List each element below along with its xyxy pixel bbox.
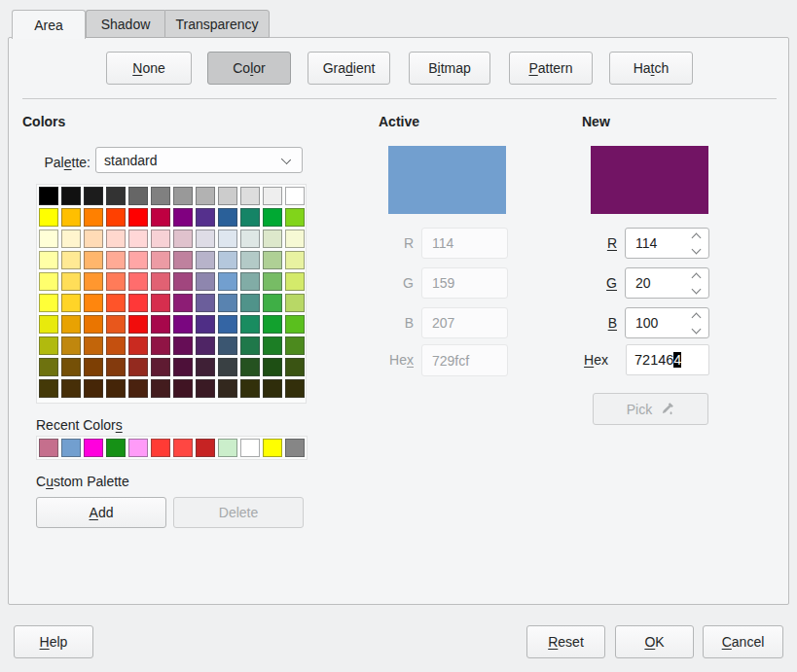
palette-swatch[interactable] — [263, 230, 282, 248]
palette-swatch[interactable] — [61, 379, 81, 398]
palette-swatch[interactable] — [263, 272, 282, 291]
palette-swatch[interactable] — [196, 230, 215, 248]
palette-swatch[interactable] — [173, 379, 193, 398]
pick-button[interactable]: Pick — [593, 393, 708, 425]
palette-swatch[interactable] — [84, 379, 103, 398]
palette-swatch[interactable] — [84, 358, 103, 376]
palette-swatch[interactable] — [61, 294, 81, 312]
palette-swatch[interactable] — [218, 251, 237, 269]
palette-swatch[interactable] — [285, 294, 305, 312]
palette-swatch[interactable] — [196, 336, 215, 355]
palette-swatch[interactable] — [285, 251, 305, 269]
palette-swatch[interactable] — [218, 187, 237, 205]
palette-swatch[interactable] — [106, 358, 126, 376]
palette-swatch[interactable] — [151, 294, 170, 312]
recent-color-swatch[interactable] — [173, 439, 193, 457]
palette-swatch[interactable] — [61, 251, 81, 269]
palette-swatch[interactable] — [240, 187, 260, 205]
palette-swatch[interactable] — [61, 272, 81, 291]
palette-swatch[interactable] — [173, 208, 193, 227]
none-button[interactable]: None — [106, 52, 192, 85]
palette-swatch[interactable] — [84, 272, 103, 291]
add-button[interactable]: Add — [36, 497, 166, 528]
palette-swatch[interactable] — [61, 230, 81, 248]
ok-button[interactable]: OK — [615, 625, 694, 658]
palette-swatch[interactable] — [173, 294, 193, 312]
palette-swatch[interactable] — [128, 379, 148, 398]
palette-swatch[interactable] — [285, 272, 305, 291]
palette-swatch[interactable] — [128, 272, 148, 291]
palette-swatch[interactable] — [128, 208, 148, 227]
palette-swatch[interactable] — [151, 379, 170, 398]
palette-swatch[interactable] — [61, 315, 81, 334]
palette-swatch[interactable] — [39, 379, 58, 398]
palette-swatch[interactable] — [263, 251, 282, 269]
palette-swatch[interactable] — [128, 251, 148, 269]
palette-select[interactable]: standard — [95, 147, 303, 173]
recent-color-swatch[interactable] — [151, 439, 170, 457]
palette-swatch[interactable] — [84, 187, 103, 205]
palette-swatch[interactable] — [106, 294, 126, 312]
palette-swatch[interactable] — [285, 230, 305, 248]
palette-swatch[interactable] — [61, 358, 81, 376]
gradient-button[interactable]: Gradient — [308, 52, 390, 85]
palette-swatch[interactable] — [285, 187, 305, 205]
recent-color-swatch[interactable] — [196, 439, 215, 457]
palette-swatch[interactable] — [84, 230, 103, 248]
palette-swatch[interactable] — [39, 336, 58, 355]
new-g-spinner[interactable]: 20 — [625, 267, 709, 299]
palette-swatch[interactable] — [151, 336, 170, 355]
palette-swatch[interactable] — [240, 294, 260, 312]
palette-swatch[interactable] — [218, 336, 237, 355]
new-hex-input[interactable]: 721464 — [626, 344, 709, 375]
help-button[interactable]: Help — [14, 625, 93, 658]
palette-swatch[interactable] — [173, 272, 193, 291]
recent-color-swatch[interactable] — [39, 439, 58, 457]
tab-shadow[interactable]: Shadow — [86, 10, 164, 38]
palette-swatch[interactable] — [128, 230, 148, 248]
recent-color-swatch[interactable] — [106, 439, 126, 457]
palette-swatch[interactable] — [218, 315, 237, 334]
palette-swatch[interactable] — [151, 251, 170, 269]
palette-swatch[interactable] — [240, 251, 260, 269]
palette-swatch[interactable] — [196, 208, 215, 227]
palette-swatch[interactable] — [151, 230, 170, 248]
palette-swatch[interactable] — [196, 251, 215, 269]
color-button[interactable]: Color — [207, 52, 291, 85]
palette-swatch[interactable] — [173, 315, 193, 334]
palette-swatch[interactable] — [39, 187, 58, 205]
palette-swatch[interactable] — [196, 315, 215, 334]
new-b-spinner[interactable]: 100 — [625, 307, 709, 338]
palette-swatch[interactable] — [240, 379, 260, 398]
palette-swatch[interactable] — [39, 358, 58, 376]
palette-swatch[interactable] — [106, 379, 126, 398]
spinner-arrows-icon[interactable] — [693, 268, 700, 298]
palette-swatch[interactable] — [240, 272, 260, 291]
palette-swatch[interactable] — [263, 315, 282, 334]
palette-swatch[interactable] — [173, 251, 193, 269]
palette-swatch[interactable] — [196, 294, 215, 312]
recent-color-swatch[interactable] — [240, 439, 260, 457]
palette-swatch[interactable] — [173, 230, 193, 248]
palette-swatch[interactable] — [263, 379, 282, 398]
palette-swatch[interactable] — [218, 379, 237, 398]
bitmap-button[interactable]: Bitmap — [409, 52, 490, 85]
spinner-arrows-icon[interactable] — [693, 308, 700, 337]
palette-swatch[interactable] — [196, 379, 215, 398]
palette-swatch[interactable] — [263, 358, 282, 376]
palette-swatch[interactable] — [39, 315, 58, 334]
recent-color-swatch[interactable] — [263, 439, 282, 457]
palette-swatch[interactable] — [263, 294, 282, 312]
palette-swatch[interactable] — [128, 358, 148, 376]
palette-swatch[interactable] — [285, 379, 305, 398]
palette-swatch[interactable] — [106, 272, 126, 291]
palette-swatch[interactable] — [285, 336, 305, 355]
palette-swatch[interactable] — [128, 336, 148, 355]
palette-swatch[interactable] — [151, 272, 170, 291]
palette-swatch[interactable] — [151, 208, 170, 227]
palette-swatch[interactable] — [173, 336, 193, 355]
new-r-spinner[interactable]: 114 — [625, 228, 709, 259]
palette-swatch[interactable] — [106, 230, 126, 248]
palette-swatch[interactable] — [196, 358, 215, 376]
palette-swatch[interactable] — [106, 336, 126, 355]
